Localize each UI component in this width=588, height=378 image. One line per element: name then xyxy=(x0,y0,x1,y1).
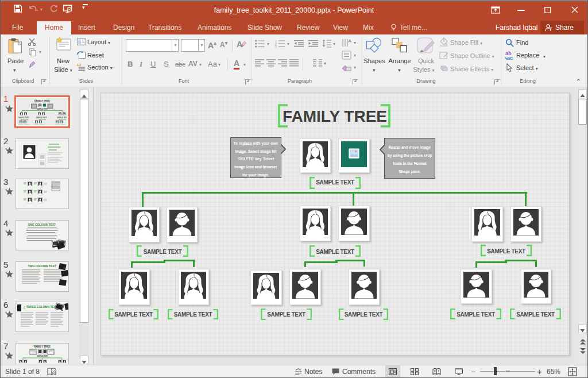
svg-text:SAMPLE TEXT: SAMPLE TEXT xyxy=(37,108,48,110)
svg-text:A: A xyxy=(349,38,352,44)
svg-text:FAMILY TREE: FAMILY TREE xyxy=(34,345,51,348)
svg-text:SAMPLE TEXT: SAMPLE TEXT xyxy=(57,117,67,119)
svg-text:ONE COLUMN TEXT: ONE COLUMN TEXT xyxy=(28,223,56,226)
svg-text:ac: ac xyxy=(507,55,513,60)
svg-text:3: 3 xyxy=(275,45,277,48)
svg-text:THREE COLUMN TEXT: THREE COLUMN TEXT xyxy=(26,305,57,308)
svg-text:TWO COLUMN TEXT: TWO COLUMN TEXT xyxy=(28,264,56,268)
svg-text:SAMPLE TEXT: SAMPLE TEXT xyxy=(37,355,48,357)
svg-text:SAMPLE TEXT: SAMPLE TEXT xyxy=(36,117,47,119)
svg-text:FAMILY TREE: FAMILY TREE xyxy=(34,99,50,102)
svg-text:SAMPLE TEXT: SAMPLE TEXT xyxy=(18,117,29,119)
